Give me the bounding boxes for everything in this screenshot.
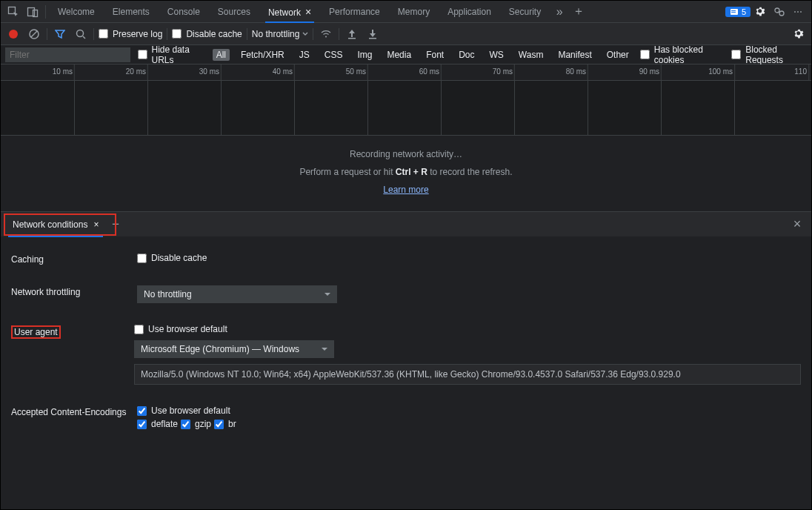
svg-rect-12	[369, 38, 376, 39]
ua-default-checkbox[interactable]: Use browser default	[134, 324, 801, 334]
svg-rect-5	[731, 12, 736, 13]
waterfall[interactable]	[1, 81, 811, 136]
blocked-requests-checkbox[interactable]: Blocked Requests	[731, 44, 807, 65]
tab-memory[interactable]: Memory	[389, 1, 439, 23]
throttle-select[interactable]: No throttling	[137, 285, 337, 303]
type-ws[interactable]: WS	[485, 49, 507, 61]
type-media[interactable]: Media	[383, 49, 415, 61]
empty-state: Recording network activity… Perform a re…	[1, 136, 811, 211]
close-icon[interactable]: ×	[305, 6, 311, 18]
throttle-label: Network throttling	[11, 285, 137, 297]
recording-text: Recording network activity…	[1, 149, 811, 159]
type-fetchxhr[interactable]: Fetch/XHR	[237, 49, 288, 61]
more-tabs-icon[interactable]: »	[550, 2, 569, 21]
add-drawer-tab-icon[interactable]: ＋	[106, 216, 125, 232]
tab-elements[interactable]: Elements	[104, 1, 159, 23]
network-settings-icon[interactable]	[791, 26, 807, 42]
svg-point-9	[77, 30, 84, 36]
drawer-tab-network-conditions[interactable]: Network conditions×	[5, 212, 106, 237]
enc-gzip-checkbox[interactable]: gzip	[181, 419, 211, 429]
caching-label: Caching	[11, 253, 137, 265]
close-drawer-icon[interactable]: ×	[788, 216, 807, 232]
svg-point-10	[325, 36, 327, 37]
filter-input[interactable]	[5, 47, 130, 62]
enc-default-checkbox[interactable]: Use browser default	[137, 405, 801, 416]
type-all[interactable]: All	[213, 49, 230, 61]
tab-performance[interactable]: Performance	[320, 1, 389, 23]
svg-rect-4	[731, 10, 736, 11]
drawer-disable-cache-checkbox[interactable]: Disable cache	[137, 253, 801, 263]
type-font[interactable]: Font	[422, 49, 447, 61]
type-js[interactable]: JS	[296, 49, 313, 61]
add-tab-icon[interactable]: ＋	[569, 2, 588, 21]
device-toggle-icon[interactable]	[23, 2, 42, 21]
tab-network[interactable]: Network×	[259, 1, 320, 23]
svg-rect-1	[28, 7, 35, 16]
svg-rect-11	[348, 38, 356, 39]
tab-label: Network	[268, 7, 301, 18]
clear-button[interactable]	[26, 26, 42, 42]
preserve-log-checkbox[interactable]: Preserve log	[99, 29, 162, 39]
record-button[interactable]	[5, 26, 21, 42]
tab-welcome[interactable]: Welcome	[49, 1, 104, 23]
tab-console[interactable]: Console	[159, 1, 209, 23]
network-toolbar: Preserve log Disable cache No throttling	[1, 23, 811, 45]
tab-security[interactable]: Security	[500, 1, 550, 23]
tab-sources[interactable]: Sources	[209, 1, 259, 23]
type-css[interactable]: CSS	[321, 49, 347, 61]
type-wasm[interactable]: Wasm	[515, 49, 548, 61]
settings-icon[interactable]	[751, 2, 770, 21]
issues-badge[interactable]: 5	[725, 7, 751, 17]
encodings-label: Accepted Content-Encodings	[11, 405, 137, 419]
type-manifest[interactable]: Manifest	[554, 49, 595, 61]
learn-more-link[interactable]: Learn more	[383, 185, 428, 195]
disable-cache-checkbox[interactable]: Disable cache	[172, 29, 242, 39]
close-icon[interactable]: ×	[93, 219, 99, 230]
filter-icon[interactable]	[52, 26, 68, 42]
type-img[interactable]: Img	[353, 49, 376, 61]
enc-br-checkbox[interactable]: br	[214, 419, 236, 429]
highlight-user-agent: User agent	[11, 325, 61, 339]
blocked-cookies-checkbox[interactable]: Has blocked cookies	[640, 44, 724, 65]
throttling-select[interactable]: No throttling	[252, 29, 309, 39]
drawer-body: Caching Disable cache Network throttling…	[1, 236, 811, 446]
wifi-icon[interactable]	[318, 26, 334, 42]
inspect-icon[interactable]	[4, 2, 23, 21]
tab-application[interactable]: Application	[439, 1, 500, 23]
upload-icon[interactable]	[344, 26, 360, 42]
drawer-tabstrip: Network conditions× ＋ ×	[1, 211, 811, 236]
ua-string-input[interactable]	[134, 364, 801, 385]
user-agent-label: User agent	[11, 324, 134, 339]
enc-deflate-checkbox[interactable]: deflate	[137, 419, 178, 429]
search-icon[interactable]	[73, 26, 89, 42]
type-doc[interactable]: Doc	[455, 49, 478, 61]
type-other[interactable]: Other	[603, 49, 633, 61]
svg-point-7	[779, 11, 784, 16]
kebab-icon[interactable]: ⋯	[789, 2, 808, 21]
download-icon[interactable]	[365, 26, 381, 42]
hide-data-urls-checkbox[interactable]: Hide data URLs	[138, 44, 205, 65]
timeline-ruler[interactable]: 10 ms 20 ms 30 ms 40 ms 50 ms 60 ms 70 m…	[1, 64, 811, 81]
filter-bar: Hide data URLs All Fetch/XHR JS CSS Img …	[1, 45, 811, 64]
ua-select[interactable]: Microsoft Edge (Chromium) — Windows	[134, 340, 334, 358]
feedback-icon[interactable]	[770, 2, 789, 21]
svg-point-6	[775, 8, 779, 13]
devtools-tabstrip: Welcome Elements Console Sources Network…	[1, 1, 811, 23]
